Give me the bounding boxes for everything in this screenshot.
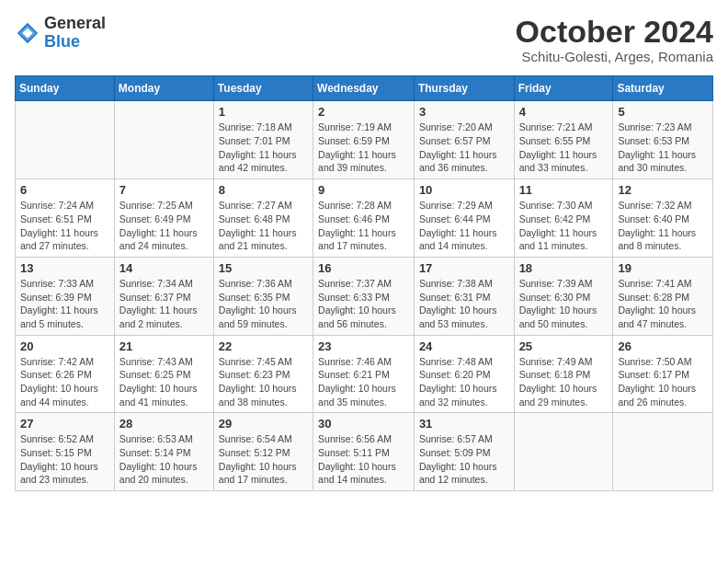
- calendar-cell: 11Sunrise: 7:30 AM Sunset: 6:42 PM Dayli…: [514, 179, 613, 258]
- calendar-cell: 17Sunrise: 7:38 AM Sunset: 6:31 PM Dayli…: [414, 257, 514, 335]
- day-detail: Sunrise: 6:56 AM Sunset: 5:11 PM Dayligh…: [318, 432, 409, 487]
- calendar-day-header: Thursday: [414, 76, 514, 101]
- day-detail: Sunrise: 7:21 AM Sunset: 6:55 PM Dayligh…: [519, 121, 609, 175]
- calendar-week-row: 1Sunrise: 7:18 AM Sunset: 7:01 PM Daylig…: [16, 101, 713, 179]
- day-detail: Sunrise: 7:42 AM Sunset: 6:26 PM Dayligh…: [20, 355, 109, 409]
- day-number: 30: [318, 417, 409, 431]
- calendar-cell: 12Sunrise: 7:32 AM Sunset: 6:40 PM Dayli…: [613, 179, 713, 258]
- calendar-cell: 5Sunrise: 7:23 AM Sunset: 6:53 PM Daylig…: [613, 101, 713, 179]
- day-number: 31: [419, 417, 509, 431]
- calendar-cell: 14Sunrise: 7:34 AM Sunset: 6:37 PM Dayli…: [114, 257, 213, 335]
- calendar-table: SundayMondayTuesdayWednesdayThursdayFrid…: [15, 75, 713, 491]
- calendar-day-header: Wednesday: [313, 76, 415, 101]
- calendar-cell: 27Sunrise: 6:52 AM Sunset: 5:15 PM Dayli…: [16, 413, 115, 491]
- calendar-cell: 28Sunrise: 6:53 AM Sunset: 5:14 PM Dayli…: [114, 413, 213, 491]
- day-number: 18: [519, 261, 609, 275]
- calendar-cell: [613, 413, 713, 491]
- page-title: October 2024: [516, 15, 713, 49]
- page-header: General Blue October 2024 Schitu-Golesti…: [15, 15, 713, 64]
- day-number: 19: [618, 261, 708, 275]
- day-detail: Sunrise: 7:50 AM Sunset: 6:17 PM Dayligh…: [618, 355, 708, 409]
- calendar-header-row: SundayMondayTuesdayWednesdayThursdayFrid…: [16, 76, 713, 101]
- calendar-week-row: 27Sunrise: 6:52 AM Sunset: 5:15 PM Dayli…: [16, 413, 713, 491]
- calendar-body: 1Sunrise: 7:18 AM Sunset: 7:01 PM Daylig…: [16, 101, 713, 491]
- calendar-day-header: Tuesday: [213, 76, 313, 101]
- day-number: 9: [318, 183, 409, 197]
- calendar-cell: 10Sunrise: 7:29 AM Sunset: 6:44 PM Dayli…: [414, 179, 514, 258]
- logo-icon: [15, 20, 40, 46]
- day-number: 23: [318, 339, 409, 353]
- day-detail: Sunrise: 7:37 AM Sunset: 6:33 PM Dayligh…: [318, 277, 409, 331]
- day-detail: Sunrise: 7:36 AM Sunset: 6:35 PM Dayligh…: [219, 277, 308, 331]
- day-detail: Sunrise: 7:48 AM Sunset: 6:20 PM Dayligh…: [419, 355, 509, 409]
- day-detail: Sunrise: 7:18 AM Sunset: 7:01 PM Dayligh…: [219, 121, 308, 175]
- day-detail: Sunrise: 7:29 AM Sunset: 6:44 PM Dayligh…: [419, 199, 509, 253]
- day-number: 17: [419, 261, 509, 275]
- day-number: 11: [519, 183, 609, 197]
- day-detail: Sunrise: 7:25 AM Sunset: 6:49 PM Dayligh…: [119, 199, 209, 253]
- day-number: 5: [618, 105, 708, 119]
- day-detail: Sunrise: 7:32 AM Sunset: 6:40 PM Dayligh…: [618, 199, 708, 253]
- day-number: 13: [20, 261, 109, 275]
- calendar-cell: 22Sunrise: 7:45 AM Sunset: 6:23 PM Dayli…: [213, 335, 313, 413]
- day-number: 15: [219, 261, 308, 275]
- calendar-cell: 9Sunrise: 7:28 AM Sunset: 6:46 PM Daylig…: [313, 179, 415, 258]
- day-number: 14: [119, 261, 209, 275]
- day-number: 29: [219, 417, 308, 431]
- calendar-day-header: Friday: [514, 76, 613, 101]
- calendar-cell: 6Sunrise: 7:24 AM Sunset: 6:51 PM Daylig…: [16, 179, 115, 258]
- calendar-day-header: Saturday: [613, 76, 713, 101]
- day-detail: Sunrise: 7:34 AM Sunset: 6:37 PM Dayligh…: [119, 277, 209, 331]
- calendar-cell: 25Sunrise: 7:49 AM Sunset: 6:18 PM Dayli…: [514, 335, 613, 413]
- day-detail: Sunrise: 6:54 AM Sunset: 5:12 PM Dayligh…: [219, 432, 308, 487]
- calendar-cell: 16Sunrise: 7:37 AM Sunset: 6:33 PM Dayli…: [313, 257, 415, 335]
- day-detail: Sunrise: 7:27 AM Sunset: 6:48 PM Dayligh…: [219, 199, 308, 253]
- calendar-cell: 13Sunrise: 7:33 AM Sunset: 6:39 PM Dayli…: [16, 257, 115, 335]
- day-number: 3: [419, 105, 509, 119]
- day-detail: Sunrise: 7:19 AM Sunset: 6:59 PM Dayligh…: [318, 121, 409, 175]
- calendar-week-row: 20Sunrise: 7:42 AM Sunset: 6:26 PM Dayli…: [16, 335, 713, 413]
- day-detail: Sunrise: 7:49 AM Sunset: 6:18 PM Dayligh…: [519, 355, 609, 409]
- calendar-cell: 23Sunrise: 7:46 AM Sunset: 6:21 PM Dayli…: [313, 335, 415, 413]
- calendar-cell: 19Sunrise: 7:41 AM Sunset: 6:28 PM Dayli…: [613, 257, 713, 335]
- day-detail: Sunrise: 6:52 AM Sunset: 5:15 PM Dayligh…: [20, 432, 109, 487]
- day-detail: Sunrise: 7:38 AM Sunset: 6:31 PM Dayligh…: [419, 277, 509, 331]
- calendar-cell: 24Sunrise: 7:48 AM Sunset: 6:20 PM Dayli…: [414, 335, 514, 413]
- day-number: 4: [519, 105, 609, 119]
- calendar-day-header: Monday: [114, 76, 213, 101]
- calendar-cell: 20Sunrise: 7:42 AM Sunset: 6:26 PM Dayli…: [16, 335, 115, 413]
- day-number: 22: [219, 339, 308, 353]
- calendar-cell: 4Sunrise: 7:21 AM Sunset: 6:55 PM Daylig…: [514, 101, 613, 179]
- day-number: 16: [318, 261, 409, 275]
- day-detail: Sunrise: 7:33 AM Sunset: 6:39 PM Dayligh…: [20, 277, 109, 331]
- day-detail: Sunrise: 7:23 AM Sunset: 6:53 PM Dayligh…: [618, 121, 708, 175]
- day-number: 21: [119, 339, 209, 353]
- day-number: 1: [219, 105, 308, 119]
- day-detail: Sunrise: 7:39 AM Sunset: 6:30 PM Dayligh…: [519, 277, 609, 331]
- calendar-cell: 2Sunrise: 7:19 AM Sunset: 6:59 PM Daylig…: [313, 101, 415, 179]
- calendar-cell: 15Sunrise: 7:36 AM Sunset: 6:35 PM Dayli…: [213, 257, 313, 335]
- calendar-cell: 30Sunrise: 6:56 AM Sunset: 5:11 PM Dayli…: [313, 413, 415, 491]
- calendar-cell: [114, 101, 213, 179]
- day-detail: Sunrise: 7:28 AM Sunset: 6:46 PM Dayligh…: [318, 199, 409, 253]
- calendar-cell: 31Sunrise: 6:57 AM Sunset: 5:09 PM Dayli…: [414, 413, 514, 491]
- calendar-week-row: 6Sunrise: 7:24 AM Sunset: 6:51 PM Daylig…: [16, 179, 713, 258]
- calendar-week-row: 13Sunrise: 7:33 AM Sunset: 6:39 PM Dayli…: [16, 257, 713, 335]
- day-number: 12: [618, 183, 708, 197]
- day-detail: Sunrise: 7:24 AM Sunset: 6:51 PM Dayligh…: [20, 199, 109, 253]
- day-detail: Sunrise: 7:30 AM Sunset: 6:42 PM Dayligh…: [519, 199, 609, 253]
- day-number: 2: [318, 105, 409, 119]
- day-number: 25: [519, 339, 609, 353]
- calendar-cell: 1Sunrise: 7:18 AM Sunset: 7:01 PM Daylig…: [213, 101, 313, 179]
- logo-text: General Blue: [44, 15, 106, 52]
- calendar-cell: 21Sunrise: 7:43 AM Sunset: 6:25 PM Dayli…: [114, 335, 213, 413]
- calendar-cell: 3Sunrise: 7:20 AM Sunset: 6:57 PM Daylig…: [414, 101, 514, 179]
- day-number: 27: [20, 417, 109, 431]
- day-detail: Sunrise: 6:57 AM Sunset: 5:09 PM Dayligh…: [419, 432, 509, 487]
- calendar-cell: [16, 101, 115, 179]
- day-detail: Sunrise: 7:20 AM Sunset: 6:57 PM Dayligh…: [419, 121, 509, 175]
- day-number: 6: [20, 183, 109, 197]
- day-number: 8: [219, 183, 308, 197]
- calendar-cell: 29Sunrise: 6:54 AM Sunset: 5:12 PM Dayli…: [213, 413, 313, 491]
- logo: General Blue: [15, 15, 106, 52]
